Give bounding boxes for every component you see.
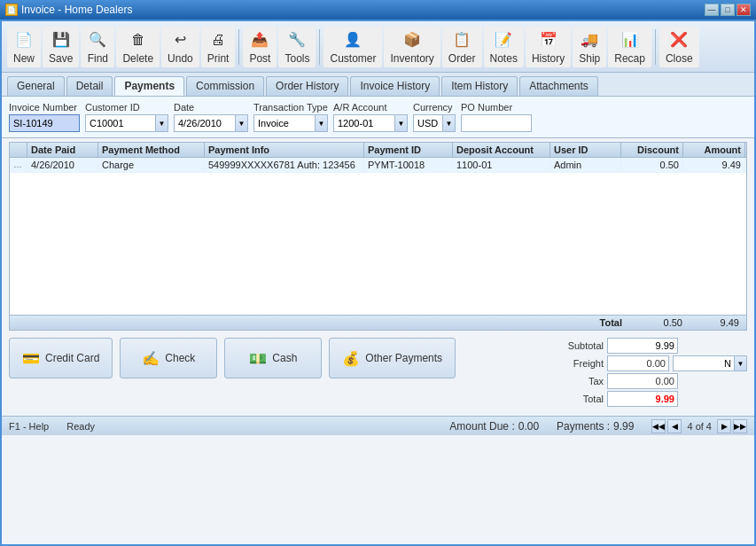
grid-col-icon (10, 143, 27, 157)
po-number-label: PO Number (461, 102, 532, 113)
tab-attachments[interactable]: Attachments (519, 76, 598, 96)
tab-detail[interactable]: Detail (66, 76, 113, 96)
maximize-button[interactable]: □ (721, 4, 735, 16)
date-input[interactable] (174, 114, 236, 132)
toolbar-find-button[interactable]: 🔍 Find (81, 27, 114, 67)
credit-card-button[interactable]: 💳 Credit Card (9, 338, 113, 378)
post-icon: 📤 (249, 29, 270, 51)
title-bar: 📄 Invoice - Home Dealers — □ ✕ (0, 0, 756, 20)
customer-id-label: Customer ID (85, 102, 168, 113)
toolbar-customer-button[interactable]: 👤 Customer (323, 27, 382, 67)
help-text: F1 - Help (9, 421, 49, 432)
tab-invoice-history[interactable]: Invoice History (350, 76, 440, 96)
toolbar-order-button[interactable]: 📋 Order (442, 27, 482, 67)
freight-dropdown-btn[interactable]: ▼ (735, 355, 747, 371)
tab-general[interactable]: General (7, 76, 65, 96)
grid-col-deposit-account: Deposit Account (453, 143, 550, 157)
toolbar-close-button[interactable]: ❌ Close (659, 27, 699, 67)
date-dropdown[interactable]: ▼ (236, 114, 248, 132)
tab-commission[interactable]: Commission (186, 76, 264, 96)
tab-item-history[interactable]: Item History (441, 76, 518, 96)
toolbar-post-button[interactable]: 📤 Post (243, 27, 277, 67)
invoice-number-input[interactable] (9, 114, 80, 132)
close-window-button[interactable]: ✕ (737, 4, 751, 16)
row-date-paid: 4/26/2010 (27, 158, 98, 172)
nav-controls: ◀◀ ◀ 4 of 4 ▶ ▶▶ (651, 419, 747, 433)
row-payment-method: Charge (98, 158, 205, 172)
tax-input[interactable] (607, 373, 678, 389)
customer-id-input[interactable] (85, 114, 156, 132)
currency-label: Currency (413, 102, 456, 113)
toolbar-history-button[interactable]: 📅 History (526, 27, 571, 67)
nav-first-button[interactable]: ◀◀ (651, 419, 666, 433)
toolbar-ship-button[interactable]: 🚚 Ship (573, 27, 606, 67)
toolbar-print-button[interactable]: 🖨 Print (201, 27, 236, 67)
status-text: Ready (66, 421, 95, 432)
transaction-type-dropdown[interactable]: ▼ (316, 114, 328, 132)
recap-icon: 📊 (620, 29, 641, 51)
minimize-button[interactable]: — (705, 4, 719, 16)
row-user-id: Admin (550, 158, 621, 172)
other-payments-button[interactable]: 💰 Other Payments (329, 338, 456, 378)
check-button[interactable]: ✍ Check (120, 338, 217, 378)
amount-due-label: Amount Due : (449, 420, 514, 433)
grid-col-amount: Amount (683, 143, 745, 157)
total-summary-row: Total (550, 391, 747, 407)
credit-card-icon: 💳 (22, 350, 40, 367)
currency-input[interactable] (413, 114, 443, 132)
toolbar-recap-button[interactable]: 📊 Recap (608, 27, 651, 67)
nav-last-button[interactable]: ▶▶ (733, 419, 747, 433)
date-label: Date (174, 102, 248, 113)
po-number-input[interactable] (461, 114, 532, 132)
grid-col-payment-info: Payment Info (205, 143, 364, 157)
save-icon: 💾 (51, 29, 72, 51)
customer-icon: 👤 (342, 29, 363, 51)
row-icon: … (10, 158, 27, 172)
toolbar-save-button[interactable]: 💾 Save (43, 27, 79, 67)
subtotal-input[interactable] (607, 338, 678, 354)
tab-payments[interactable]: Payments (114, 76, 184, 96)
toolbar-undo-button[interactable]: ↩ Undo (161, 27, 199, 67)
notes-icon: 📝 (493, 29, 514, 51)
ar-account-label: A/R Account (333, 102, 408, 113)
ship-icon: 🚚 (579, 29, 600, 51)
toolbar-delete-button[interactable]: 🗑 Delete (116, 27, 160, 67)
freight-dropdown-input[interactable] (673, 355, 735, 371)
currency-dropdown[interactable]: ▼ (443, 114, 456, 132)
total-summary-label: Total (550, 394, 604, 404)
undo-icon: ↩ (169, 29, 191, 51)
ar-account-dropdown[interactable]: ▼ (395, 114, 408, 132)
history-icon: 📅 (538, 29, 559, 51)
toolbar-tools-button[interactable]: 🔧 Tools (278, 27, 316, 67)
delete-icon: 🗑 (128, 29, 149, 51)
transaction-type-label: Transaction Type (253, 102, 328, 113)
close-icon: ❌ (668, 29, 690, 51)
toolbar-inventory-button[interactable]: 📦 Inventory (384, 27, 440, 67)
nav-prev-button[interactable]: ◀ (667, 419, 682, 433)
transaction-type-input[interactable] (253, 114, 316, 132)
grid-col-discount: Discount (621, 143, 683, 157)
table-row[interactable]: … 4/26/2010 Charge 549999XXXXX6781 Auth:… (10, 158, 746, 173)
check-icon: ✍ (142, 350, 160, 367)
row-deposit-account: 1100-01 (453, 158, 550, 172)
row-payment-id: PYMT-10018 (364, 158, 453, 172)
grid-col-payment-method: Payment Method (98, 143, 205, 157)
freight-label: Freight (550, 358, 604, 369)
nav-next-button[interactable]: ▶ (717, 419, 731, 433)
main-window: 📄 New 💾 Save 🔍 Find 🗑 Delete ↩ Undo 🖨 Pr… (0, 20, 756, 546)
toolbar-notes-button[interactable]: 📝 Notes (484, 27, 524, 67)
tab-order-history[interactable]: Order History (266, 76, 348, 96)
other-payments-icon: 💰 (342, 350, 360, 367)
total-summary-input[interactable] (607, 391, 678, 407)
title-bar-icon: 📄 (5, 4, 18, 16)
ar-account-input[interactable] (333, 114, 395, 132)
row-amount: 9.49 (683, 158, 745, 172)
toolbar-new-button[interactable]: 📄 New (7, 27, 41, 67)
grid-total-row: Total 0.50 9.49 (9, 316, 747, 331)
freight-input[interactable] (607, 355, 669, 371)
cash-button[interactable]: 💵 Cash (224, 338, 322, 378)
inventory-icon: 📦 (401, 29, 423, 51)
freight-row: Freight ▼ (550, 355, 747, 371)
customer-id-dropdown[interactable]: ▼ (156, 114, 168, 132)
find-icon: 🔍 (87, 29, 108, 51)
